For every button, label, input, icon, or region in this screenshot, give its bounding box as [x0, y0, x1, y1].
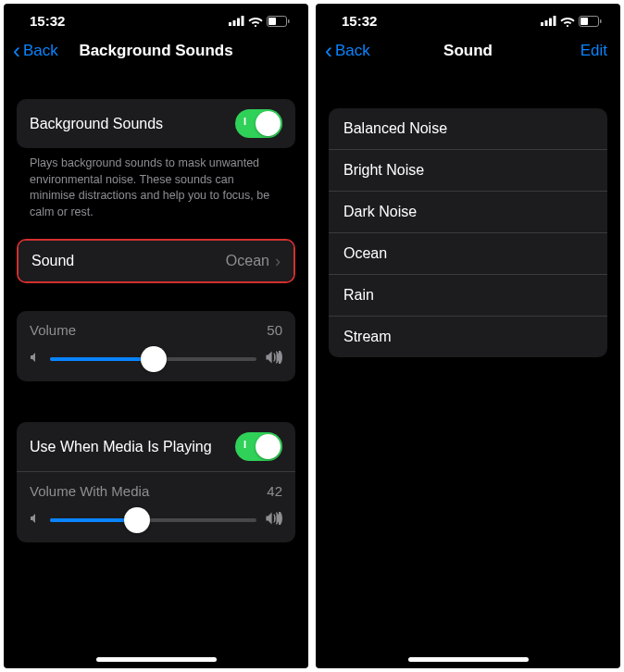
back-label: Back	[335, 42, 370, 60]
svg-rect-3	[242, 16, 244, 26]
cellular-icon	[229, 16, 244, 26]
speaker-high-icon	[266, 351, 282, 367]
cellular-icon	[541, 16, 556, 26]
sound-value: Ocean	[226, 253, 269, 269]
svg-rect-6	[288, 19, 290, 23]
svg-rect-5	[268, 18, 276, 25]
edit-button[interactable]: Edit	[580, 42, 607, 60]
sound-row-highlight: Sound Ocean ›	[17, 239, 295, 283]
status-time: 15:32	[30, 13, 65, 29]
toggle-on-indicator: I	[243, 116, 246, 127]
speaker-low-icon	[30, 512, 41, 528]
media-toggle[interactable]: I	[235, 432, 282, 461]
wifi-icon	[560, 16, 575, 27]
volume-value: 50	[267, 322, 282, 338]
chevron-left-icon: ‹	[13, 40, 20, 62]
sound-section: Sound Ocean ›	[19, 241, 293, 281]
slider-knob	[124, 507, 150, 533]
sound-option-stream[interactable]: Stream	[329, 317, 607, 357]
volume-label: Volume	[30, 322, 76, 338]
sound-option-balanced-noise[interactable]: Balanced Noise	[329, 108, 607, 150]
bg-sounds-toggle[interactable]: I	[235, 109, 282, 138]
phone-left: 15:32 ‹ Back Background Sounds Backgroun…	[4, 4, 308, 668]
svg-rect-12	[580, 18, 588, 25]
back-label: Back	[23, 42, 58, 60]
battery-icon	[579, 16, 602, 27]
svg-rect-9	[549, 19, 552, 27]
sound-option-bright-noise[interactable]: Bright Noise	[329, 150, 607, 192]
volume-section: Volume 50	[17, 311, 295, 381]
sound-option-rain[interactable]: Rain	[329, 275, 607, 317]
toggle-knob	[256, 111, 281, 136]
nav-bar: ‹ Back Sound Edit	[316, 31, 620, 75]
status-bar: 15:32	[316, 4, 620, 31]
home-indicator[interactable]	[96, 657, 217, 662]
home-indicator[interactable]	[408, 657, 529, 662]
media-volume-value: 42	[267, 483, 282, 499]
phone-right: 15:32 ‹ Back Sound Edit Balanced Noise B…	[316, 4, 620, 668]
toggle-knob	[256, 434, 281, 459]
svg-rect-1	[233, 20, 236, 26]
media-toggle-label: Use When Media Is Playing	[30, 439, 212, 455]
media-toggle-row[interactable]: Use When Media Is Playing I	[17, 422, 295, 472]
bg-sounds-label: Background Sounds	[30, 116, 163, 132]
sound-value-wrap: Ocean ›	[226, 252, 281, 271]
status-bar: 15:32	[4, 4, 308, 31]
slider-knob	[141, 346, 167, 372]
volume-slider[interactable]	[50, 357, 256, 361]
svg-rect-0	[229, 22, 231, 26]
media-section: Use When Media Is Playing I Volume With …	[17, 422, 295, 542]
sound-label: Sound	[31, 253, 74, 269]
status-time: 15:32	[342, 13, 377, 29]
back-button[interactable]: ‹ Back	[325, 40, 370, 62]
nav-bar: ‹ Back Background Sounds	[4, 31, 308, 75]
media-volume-label: Volume With Media	[30, 483, 149, 499]
status-icons	[541, 16, 602, 27]
bg-sounds-section: Background Sounds I	[17, 99, 295, 148]
bg-sounds-footer: Plays background sounds to mask unwanted…	[17, 148, 295, 220]
chevron-left-icon: ‹	[325, 40, 332, 62]
wifi-icon	[248, 16, 263, 27]
svg-rect-7	[541, 22, 543, 26]
back-button[interactable]: ‹ Back	[13, 40, 58, 62]
speaker-low-icon	[30, 351, 41, 367]
battery-icon	[267, 16, 290, 27]
sound-row[interactable]: Sound Ocean ›	[19, 241, 293, 281]
speaker-high-icon	[266, 512, 282, 528]
chevron-right-icon: ›	[275, 252, 281, 271]
toggle-on-indicator: I	[243, 439, 246, 450]
svg-rect-10	[554, 16, 556, 26]
media-volume-slider[interactable]	[50, 518, 256, 522]
status-icons	[229, 16, 290, 27]
bg-sounds-row[interactable]: Background Sounds I	[17, 99, 295, 148]
sound-list: Balanced Noise Bright Noise Dark Noise O…	[329, 108, 607, 357]
sound-option-dark-noise[interactable]: Dark Noise	[329, 192, 607, 233]
svg-rect-8	[545, 20, 548, 26]
svg-rect-13	[600, 19, 602, 23]
svg-rect-2	[237, 19, 240, 27]
sound-option-ocean[interactable]: Ocean	[329, 233, 607, 275]
